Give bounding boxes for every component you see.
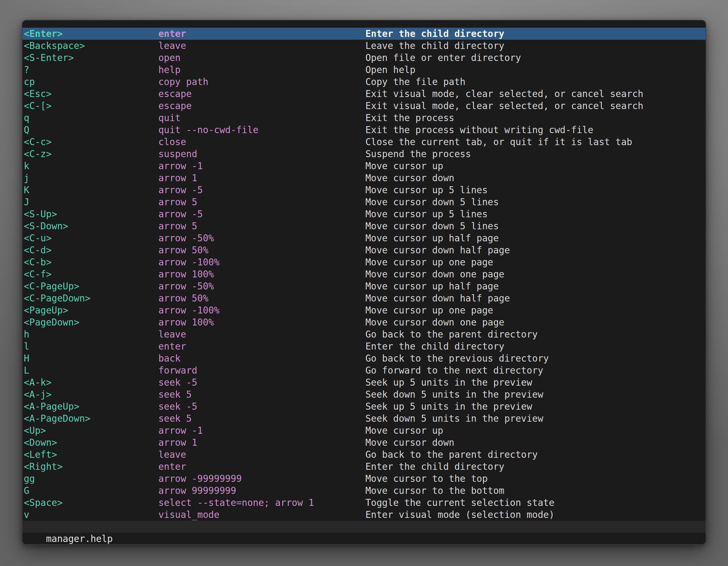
description-cell: Move cursor up	[365, 160, 443, 172]
keybind-row[interactable]: <PageDown> arrow 100% Move cursor down o…	[22, 316, 706, 328]
command-cell: arrow -99999999	[158, 473, 242, 485]
help-keybind-list: <Enter> enter Enter the child directory …	[22, 28, 706, 521]
key-cell: <C-u>	[24, 232, 51, 244]
keybind-row[interactable]: K arrow -5 Move cursor up 5 lines	[22, 184, 706, 196]
description-cell: Move cursor down half page	[365, 244, 510, 256]
keybind-row[interactable]: <Enter> enter Enter the child directory	[22, 28, 706, 40]
key-cell: <C-PageUp>	[24, 280, 79, 292]
keybind-row[interactable]: <C-f> arrow 100% Move cursor down one pa…	[22, 268, 706, 280]
description-cell: Move cursor up 5 lines	[365, 184, 488, 196]
keybind-row[interactable]: <Left> leave Go back to the parent direc…	[22, 448, 706, 461]
description-cell: Move cursor up one page	[365, 304, 493, 316]
command-cell: escape	[158, 88, 192, 100]
status-bar: manager.help	[22, 521, 706, 533]
description-cell: Move cursor to the top	[365, 473, 488, 485]
description-cell: Seek up 5 units in the preview	[365, 400, 532, 412]
description-cell: Move cursor down	[365, 172, 454, 184]
command-cell: leave	[158, 448, 186, 461]
key-cell: k	[24, 160, 29, 172]
command-cell: enter	[158, 340, 186, 352]
keybind-row[interactable]: k arrow -1 Move cursor up	[22, 160, 706, 172]
command-cell: quit --no-cwd-file	[158, 124, 259, 136]
keybind-row[interactable]: <Right> enter Enter the child directory	[22, 461, 706, 473]
keybind-row[interactable]: gg arrow -99999999 Move cursor to the to…	[22, 473, 706, 485]
keybind-row[interactable]: <Backspace> leave Leave the child direct…	[22, 40, 706, 52]
terminal-window: <Enter> enter Enter the child directory …	[22, 20, 706, 545]
keybind-row[interactable]: <S-Enter> open Open file or enter direct…	[22, 52, 706, 64]
command-cell: back	[158, 352, 180, 364]
keybind-row[interactable]: <S-Up> arrow -5 Move cursor up 5 lines	[22, 208, 706, 220]
command-cell: arrow 5	[158, 196, 197, 208]
description-cell: Seek down 5 units in the preview	[365, 388, 543, 400]
keybind-row[interactable]: <PageUp> arrow -100% Move cursor up one …	[22, 304, 706, 316]
keybind-row[interactable]: h leave Go back to the parent directory	[22, 328, 706, 340]
command-cell: arrow -5	[158, 208, 203, 220]
keybind-row[interactable]: G arrow 99999999 Move cursor to the bott…	[22, 485, 706, 497]
description-cell: Seek down 5 units in the preview	[365, 412, 543, 424]
command-cell: seek -5	[158, 376, 197, 388]
keybind-row[interactable]: H back Go back to the previous directory	[22, 352, 706, 364]
description-cell: Enter the child directory	[365, 340, 504, 352]
command-cell: enter	[158, 461, 186, 473]
keybind-row[interactable]: J arrow 5 Move cursor down 5 lines	[22, 196, 706, 208]
keybind-row[interactable]: Q quit --no-cwd-file Exit the process wi…	[22, 124, 706, 136]
command-cell: seek 5	[158, 388, 192, 400]
command-cell: help	[158, 64, 180, 76]
keybind-row[interactable]: L forward Go forward to the next directo…	[22, 364, 706, 376]
keybind-row[interactable]: q quit Exit the process	[22, 112, 706, 124]
keybind-row[interactable]: <Down> arrow 1 Move cursor down	[22, 436, 706, 448]
keybind-row[interactable]: v visual_mode Enter visual mode (selecti…	[22, 509, 706, 521]
keybind-row[interactable]: <C-PageDown> arrow 50% Move cursor down …	[22, 292, 706, 304]
keybind-row[interactable]: cp copy path Copy the file path	[22, 76, 706, 88]
command-cell: quit	[158, 112, 180, 124]
command-cell: suspend	[158, 148, 197, 160]
keybind-row[interactable]: <Esc> escape Exit visual mode, clear sel…	[22, 88, 706, 100]
description-cell: Move cursor down	[365, 436, 454, 448]
key-cell: <PageUp>	[24, 304, 68, 316]
keybind-row[interactable]: <C-c> close Close the current tab, or qu…	[22, 136, 706, 148]
description-cell: Exit visual mode, clear selected, or can…	[365, 100, 643, 112]
command-cell: arrow -50%	[158, 232, 214, 244]
key-cell: <C-b>	[24, 256, 51, 268]
key-cell: <A-k>	[24, 376, 51, 388]
key-cell: <Left>	[24, 448, 57, 461]
command-cell: arrow 50%	[158, 244, 208, 256]
keybind-row[interactable]: j arrow 1 Move cursor down	[22, 172, 706, 184]
keybind-row[interactable]: <C-u> arrow -50% Move cursor up half pag…	[22, 232, 706, 244]
key-cell: cp	[24, 76, 35, 88]
keybind-row[interactable]: <Up> arrow -1 Move cursor up	[22, 424, 706, 436]
command-cell: visual_mode	[158, 509, 220, 521]
command-cell: arrow -100%	[158, 304, 220, 316]
key-cell: v	[24, 509, 29, 521]
keybind-row[interactable]: <C-z> suspend Suspend the process	[22, 148, 706, 160]
keybind-row[interactable]: <C-d> arrow 50% Move cursor down half pa…	[22, 244, 706, 256]
key-cell: <C-c>	[24, 136, 51, 148]
description-cell: Move cursor down half page	[365, 292, 510, 304]
description-cell: Move cursor up	[365, 424, 443, 436]
keybind-row[interactable]: l enter Enter the child directory	[22, 340, 706, 352]
description-cell: Go forward to the next directory	[365, 364, 543, 376]
keybind-row[interactable]: <C-[> escape Exit visual mode, clear sel…	[22, 100, 706, 112]
key-cell: K	[24, 184, 29, 196]
description-cell: Enter visual mode (selection mode)	[365, 509, 555, 521]
key-cell: <A-PageDown>	[24, 412, 90, 424]
key-cell: <PageDown>	[24, 316, 79, 328]
keybind-row[interactable]: <S-Down> arrow 5 Move cursor down 5 line…	[22, 220, 706, 232]
command-cell: seek 5	[158, 412, 192, 424]
keybind-row[interactable]: <C-b> arrow -100% Move cursor up one pag…	[22, 256, 706, 268]
key-cell: <S-Up>	[24, 208, 57, 220]
keybind-row[interactable]: <Space> select --state=none; arrow 1 Tog…	[22, 497, 706, 509]
description-cell: Move cursor up one page	[365, 256, 493, 268]
key-cell: <S-Enter>	[24, 52, 74, 64]
key-cell: <A-PageUp>	[24, 400, 79, 412]
description-cell: Exit the process	[365, 112, 454, 124]
command-cell: arrow 5	[158, 220, 197, 232]
keybind-row[interactable]: <A-j> seek 5 Seek down 5 units in the pr…	[22, 388, 706, 400]
key-cell: h	[24, 328, 29, 340]
keybind-row[interactable]: ? help Open help	[22, 64, 706, 76]
keybind-row[interactable]: <A-k> seek -5 Seek up 5 units in the pre…	[22, 376, 706, 388]
keybind-row[interactable]: <C-PageUp> arrow -50% Move cursor up hal…	[22, 280, 706, 292]
keybind-row[interactable]: <A-PageUp> seek -5 Seek up 5 units in th…	[22, 400, 706, 412]
description-cell: Seek up 5 units in the preview	[365, 376, 532, 388]
keybind-row[interactable]: <A-PageDown> seek 5 Seek down 5 units in…	[22, 412, 706, 424]
